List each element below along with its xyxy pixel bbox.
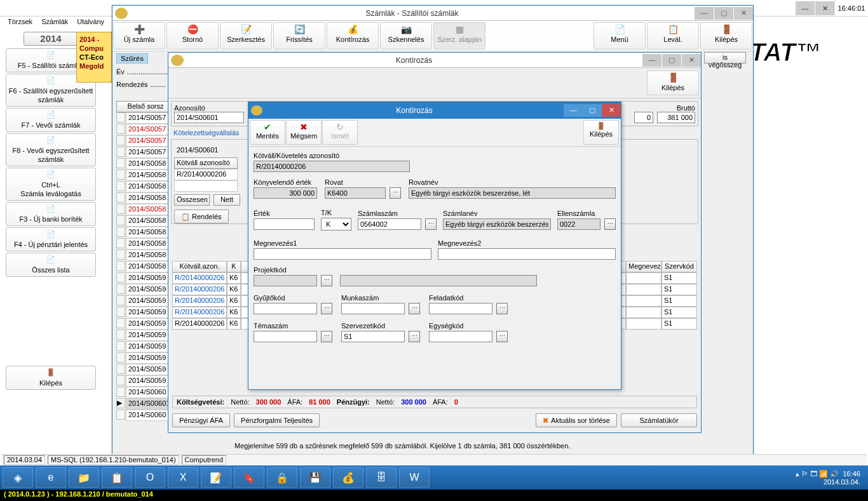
row-marker[interactable] bbox=[116, 112, 125, 123]
table-cell[interactable]: K6 bbox=[227, 284, 241, 295]
nav-button[interactable]: 📄F4 - Új pénztári jelentés bbox=[6, 227, 96, 251]
table-cell[interactable]: R/20140000206 bbox=[172, 318, 227, 330]
lookup-icon[interactable]: ⋯ bbox=[409, 331, 420, 342]
tema-field[interactable] bbox=[254, 331, 317, 342]
menu-torzsek[interactable]: Törzsek bbox=[5, 17, 35, 27]
close-button[interactable]: ✕ bbox=[602, 104, 621, 117]
row-marker[interactable] bbox=[116, 375, 125, 385]
row-marker[interactable] bbox=[116, 227, 125, 237]
toolbar-button[interactable]: 📄Menü bbox=[593, 22, 646, 50]
row-marker[interactable]: ▶ bbox=[116, 398, 125, 408]
word-icon[interactable]: W bbox=[399, 467, 430, 488]
table-cell[interactable]: R/20140000206 bbox=[172, 307, 227, 318]
app-icon[interactable]: 💾 bbox=[300, 467, 330, 488]
excel-icon[interactable]: X bbox=[168, 467, 198, 488]
nav-button[interactable]: 📄F8 - Vevői egyszerűsített számlák bbox=[6, 133, 96, 166]
menu-utalvany[interactable]: Utalvány bbox=[74, 17, 107, 27]
m1-field[interactable] bbox=[254, 248, 431, 260]
outlook-icon[interactable]: O bbox=[135, 467, 165, 488]
delete-row-button[interactable]: ✖Aktuális sor törlése bbox=[536, 413, 617, 427]
szamlatukor-button[interactable]: Számlatükör bbox=[621, 413, 697, 427]
maximize-button[interactable]: ▢ bbox=[714, 7, 733, 20]
lookup-icon[interactable]: ⋯ bbox=[321, 303, 332, 314]
maximize-button[interactable]: ▢ bbox=[583, 104, 602, 117]
row-marker[interactable] bbox=[116, 158, 125, 168]
egy-field[interactable] bbox=[429, 331, 492, 342]
dialog-tool-button[interactable]: ✖Mégsem bbox=[286, 120, 322, 145]
row-marker[interactable] bbox=[116, 135, 125, 145]
nav-button[interactable]: 📄Ctrl+LSzámla leválogatás bbox=[6, 168, 96, 201]
table-cell[interactable]: K6 bbox=[227, 307, 241, 318]
exit-button[interactable]: 🚪 Kilépés bbox=[647, 70, 699, 95]
lookup-icon[interactable]: ⋯ bbox=[321, 275, 332, 286]
row-marker[interactable] bbox=[116, 295, 125, 305]
maximize-button[interactable]: ▢ bbox=[662, 54, 681, 67]
row-marker[interactable] bbox=[116, 261, 125, 271]
table-cell[interactable]: S1 bbox=[661, 307, 697, 318]
minimize-button[interactable]: — bbox=[564, 104, 583, 117]
app-icon[interactable]: 🗄 bbox=[366, 467, 397, 488]
close-button[interactable]: ✕ bbox=[815, 1, 834, 15]
row-marker[interactable] bbox=[116, 215, 125, 225]
lookup-icon[interactable]: ⋯ bbox=[321, 331, 332, 342]
dialog-tool-button[interactable]: ✔Mentés bbox=[250, 120, 285, 145]
titlebar[interactable]: Kontírozás — ▢ ✕ bbox=[168, 53, 701, 68]
row-marker[interactable] bbox=[116, 181, 125, 191]
tray[interactable]: ▴ 🏳 🗔 📶 🔊 16:46 2014.03.04. bbox=[796, 470, 865, 486]
clipboard-icon[interactable]: 📋 bbox=[102, 467, 132, 488]
kotvall-value[interactable]: R/20140000206 bbox=[174, 169, 238, 180]
ertek-field[interactable] bbox=[254, 218, 315, 230]
row-marker[interactable] bbox=[116, 352, 125, 363]
fk-field[interactable] bbox=[429, 303, 492, 314]
lookup-icon[interactable]: ⋯ bbox=[604, 218, 616, 230]
toolbar-button[interactable]: 🚪Kilépés bbox=[700, 22, 752, 50]
minimize-button[interactable]: — bbox=[642, 54, 661, 67]
row-marker[interactable] bbox=[116, 364, 125, 374]
row-marker[interactable] bbox=[116, 341, 125, 351]
lookup-icon[interactable]: ⋯ bbox=[496, 331, 508, 342]
nav-button[interactable]: 📄F3 - Új banki boríték bbox=[6, 202, 96, 226]
row-marker[interactable] bbox=[116, 272, 125, 283]
menu-szamlak[interactable]: Számlák bbox=[39, 17, 71, 27]
explorer-icon[interactable]: 📁 bbox=[69, 467, 99, 488]
table-cell[interactable]: R/20140000206 bbox=[172, 272, 227, 284]
app-icon[interactable]: 🔒 bbox=[267, 467, 297, 488]
m2-field[interactable] bbox=[438, 248, 616, 260]
toolbar-button[interactable]: ⛔Stornó bbox=[166, 22, 219, 50]
row-marker[interactable] bbox=[116, 307, 125, 317]
table-cell[interactable] bbox=[626, 307, 661, 318]
tk-select[interactable]: K bbox=[321, 218, 351, 230]
year-button[interactable]: 2014 bbox=[24, 32, 78, 46]
row-marker[interactable] bbox=[116, 170, 125, 180]
rendeles-button[interactable]: 📋 Rendelés bbox=[174, 210, 229, 224]
brutto-zero[interactable] bbox=[634, 112, 653, 123]
toolbar-button[interactable]: 💰Kontírozás bbox=[327, 22, 379, 50]
row-marker[interactable] bbox=[116, 410, 125, 420]
nav-button[interactable]: 📄F7 - Vevői számlák bbox=[6, 108, 96, 132]
titlebar[interactable]: Számlák - Szállítói számlák — ▢ ✕ bbox=[112, 6, 753, 21]
row-marker[interactable] bbox=[116, 387, 125, 397]
azon-field[interactable] bbox=[174, 112, 244, 123]
th-belso[interactable]: Belső sorsz bbox=[116, 101, 175, 112]
table-cell[interactable]: K6 bbox=[227, 272, 241, 284]
table-cell[interactable]: R/20140000206 bbox=[172, 295, 227, 307]
toolbar-button[interactable]: ➕Új számla bbox=[113, 22, 165, 50]
ie-icon[interactable]: e bbox=[36, 467, 66, 488]
row-marker[interactable] bbox=[116, 250, 125, 260]
table-cell[interactable]: S1 bbox=[661, 318, 697, 330]
toolbar-button[interactable]: 📋Levál. bbox=[647, 22, 699, 50]
app-icon[interactable]: 🔖 bbox=[234, 467, 264, 488]
minimize-button[interactable]: — bbox=[695, 7, 714, 20]
app-icon[interactable]: 📝 bbox=[201, 467, 231, 488]
row-marker[interactable] bbox=[116, 204, 125, 214]
row-marker[interactable] bbox=[116, 192, 125, 203]
row-marker[interactable] bbox=[116, 238, 125, 248]
mk-field[interactable] bbox=[341, 303, 405, 314]
table-cell[interactable]: S1 bbox=[661, 284, 697, 295]
brutto-field[interactable] bbox=[657, 112, 695, 123]
titlebar[interactable]: Kontírozás — ▢ ✕ bbox=[248, 102, 621, 119]
exit-button[interactable]: 🚪 Kilépés bbox=[583, 120, 619, 145]
tray-icons[interactable]: ▴ 🏳 🗔 📶 🔊 bbox=[796, 470, 839, 478]
penzugyi-afa-button[interactable]: Pénzügyi ÁFA bbox=[172, 413, 230, 427]
table-cell[interactable] bbox=[626, 318, 661, 330]
